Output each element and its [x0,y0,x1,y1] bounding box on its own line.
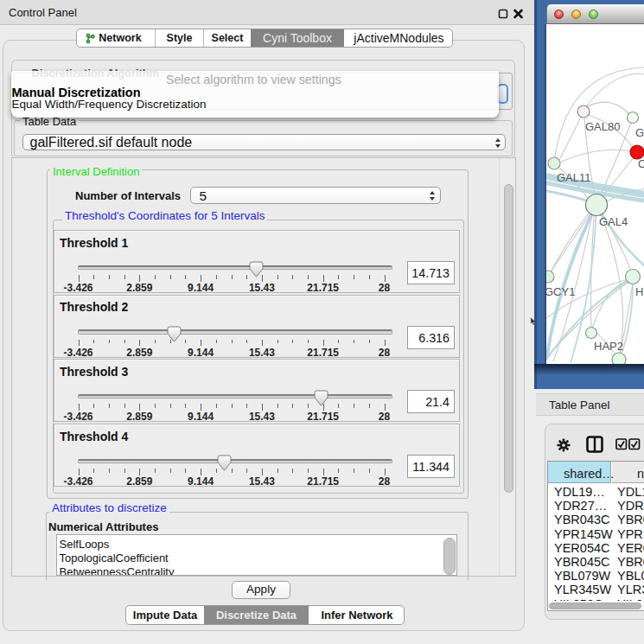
svg-text:C: C [638,157,644,170]
svg-text:GAL4: GAL4 [599,215,628,228]
svg-text:GAL80: GAL80 [585,120,620,133]
svg-text:GCY1: GCY1 [546,285,575,298]
svg-text:G.: G. [635,126,644,139]
svg-text:H: H [635,285,643,298]
svg-text:GAL11: GAL11 [557,171,591,184]
svg-text:HAP2: HAP2 [594,340,623,353]
